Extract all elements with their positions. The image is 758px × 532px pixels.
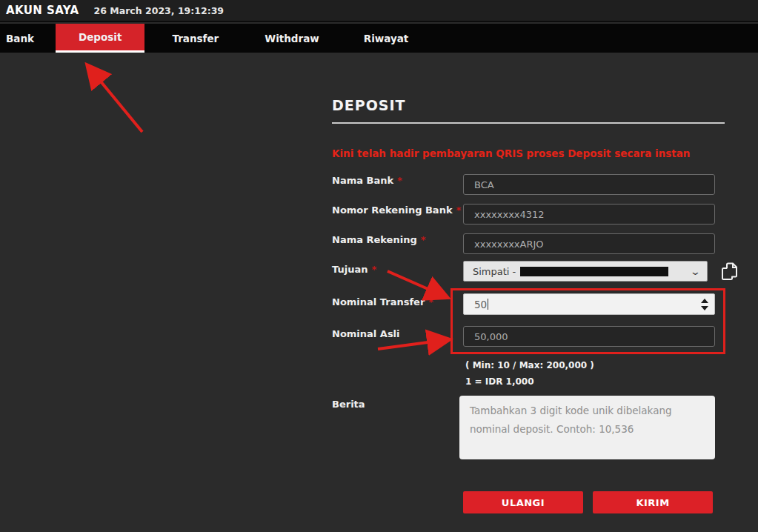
session-timestamp: 26 March 2023, 19:12:39 [94,5,225,16]
tab-transfer-label: Transfer [172,33,219,44]
label-nominal-asli: Nominal Asli [332,328,400,339]
tab-transfer[interactable]: Transfer [153,24,237,53]
required-asterisk: * [456,205,462,216]
stepper-down-icon[interactable] [701,306,708,310]
brand-title: AKUN SAYA [6,4,79,17]
page-title: DEPOSIT [332,97,406,113]
nomor-rekening-input[interactable] [463,204,715,225]
tujuan-selected-value: Simpati - [473,266,516,277]
title-divider [332,122,725,124]
number-stepper[interactable] [701,299,708,310]
nominal-transfer-input[interactable]: 50 [463,293,715,315]
tab-riwayat-label: Riwayat [364,33,409,44]
tab-bank-label: Bank [6,33,34,44]
nominal-asli-input[interactable] [463,326,715,347]
nav-tabs: Bank Deposit Transfer Withdraw Riwayat [0,24,758,53]
label-berita: Berita [332,399,365,410]
arrow-to-nominal-asli [378,340,445,349]
tab-deposit[interactable]: Deposit [56,24,144,53]
kirim-button[interactable]: KIRIM [593,491,713,513]
nama-bank-input[interactable] [463,174,715,195]
required-asterisk: * [371,264,376,275]
rate-note: 1 = IDR 1,000 [465,376,534,387]
required-asterisk: * [428,296,433,307]
tab-bank[interactable]: Bank [0,24,47,53]
arrow-to-deposit-tab [90,69,142,132]
text-cursor [488,299,488,310]
tab-riwayat[interactable]: Riwayat [345,24,428,53]
redacted-value-bar [520,267,668,276]
nominal-transfer-value: 50 [474,299,487,310]
label-nama-rekening: Nama Rekening* [332,234,426,245]
berita-textarea[interactable] [459,396,715,459]
label-nama-bank: Nama Bank* [332,175,402,186]
tujuan-select[interactable]: Simpati - ⌄ [463,261,708,282]
nama-rekening-input[interactable] [463,233,715,254]
tab-withdraw-label: Withdraw [265,33,319,44]
ulangi-button[interactable]: ULANGI [463,491,583,513]
min-max-note: ( Min: 10 / Max: 200,000 ) [465,360,594,370]
arrow-to-nominal-transfer [388,271,443,296]
copy-icon[interactable] [720,261,739,282]
required-asterisk: * [421,234,426,245]
promo-banner: Kini telah hadir pembayaran QRIS proses … [332,147,690,159]
label-nomor-rekening: Nomor Rekening Bank* [332,205,461,216]
required-asterisk: * [397,175,402,186]
label-nominal-transfer: Nominal Transfer* [332,296,433,307]
label-tujuan: Tujuan* [332,264,376,275]
tab-deposit-label: Deposit [79,31,122,43]
chevron-down-icon: ⌄ [690,267,701,276]
stepper-up-icon[interactable] [701,299,708,303]
tab-withdraw[interactable]: Withdraw [246,24,338,53]
top-bar: AKUN SAYA 26 March 2023, 19:12:39 [0,0,758,22]
